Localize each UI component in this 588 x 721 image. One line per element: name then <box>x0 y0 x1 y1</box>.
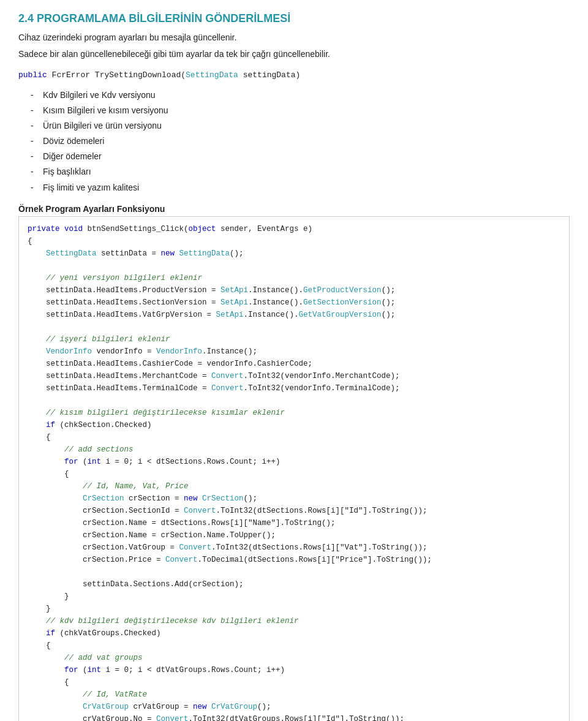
list-item: Kdv Bilgileri ve Kdv versiyonu <box>37 88 570 103</box>
public-line: public FcrError TrySettingDownload(Setti… <box>18 68 570 81</box>
intro-1: Cihaz üzerindeki program ayarları bu mes… <box>18 31 570 44</box>
section-title: 2.4 PROGRAMLAMA BİLGİLERİNİN GÖNDERİLMES… <box>18 12 570 25</box>
list-item: Ürün Bilgileri ve ürün versiyonu <box>37 118 570 134</box>
list-item: Fiş başlıkları <box>37 164 570 179</box>
intro-2: Sadece bir alan güncellenebileceği gibi … <box>18 48 570 61</box>
list-item: Diğer ödemeler <box>37 149 570 164</box>
list-item: Kısım Bilgileri ve kısım versiyonu <box>37 103 570 118</box>
feature-list: Kdv Bilgileri ve Kdv versiyonu Kısım Bil… <box>37 88 570 195</box>
list-item: Fiş limiti ve yazım kalitesi <box>37 180 570 195</box>
code-block: private void btnSendSettings_Click(objec… <box>18 216 570 721</box>
list-item: Döviz ödemeleri <box>37 134 570 149</box>
example-label: Örnek Program Ayarları Fonksiyonu <box>18 204 570 214</box>
